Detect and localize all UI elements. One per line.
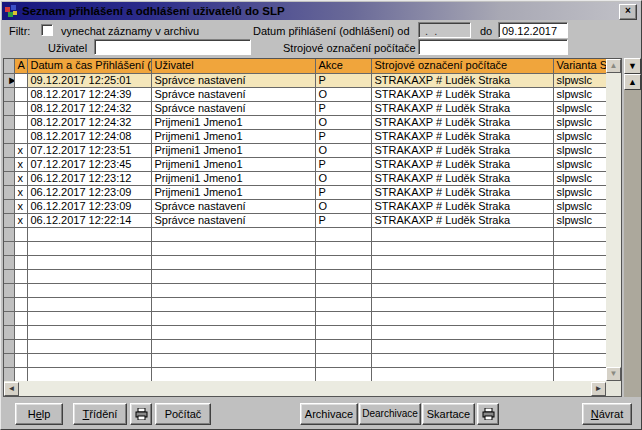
date-to-input[interactable]: 09.12.2017 [498, 22, 568, 38]
date-range-label: Datum přihlášení (odhlášení) od [253, 25, 410, 37]
empty-table-row[interactable] [4, 227, 608, 241]
help-label-rest: lp [42, 408, 51, 420]
archive-flag-cell [14, 73, 27, 87]
machine-input[interactable] [418, 39, 568, 55]
user-cell [151, 297, 315, 311]
empty-table-row[interactable] [4, 255, 608, 269]
table-row[interactable]: x 06.12.2017 12:23:09 Prijmeni1 Jmeno1 P… [4, 185, 608, 199]
table-row[interactable]: 08.12.2017 12:24:32 Prijmeni1 Jmeno1 O S… [4, 115, 608, 129]
scroll-left-button[interactable]: ◄ [4, 382, 19, 396]
empty-table-row[interactable] [4, 339, 608, 353]
empty-table-row[interactable] [4, 311, 608, 325]
action-cell: O [315, 143, 371, 157]
archive-flag-cell [14, 269, 27, 283]
datetime-cell: 06.12.2017 12:23:09 [27, 199, 151, 213]
user-cell: Správce nastavení [151, 73, 315, 87]
table-row[interactable]: 08.12.2017 12:24:32 Správce nastavení P … [4, 101, 608, 115]
row-selector-cell [4, 101, 14, 115]
variant-cell [553, 227, 608, 241]
datetime-cell [27, 353, 151, 367]
column-header-variant[interactable]: Varianta SLP [553, 59, 608, 73]
printer-icon [135, 408, 148, 420]
print-right-button[interactable] [477, 403, 499, 425]
action-cell [315, 339, 371, 353]
archive-flag-cell [14, 367, 27, 381]
column-header-archive[interactable]: A [14, 59, 27, 73]
machine-cell [371, 311, 553, 325]
action-cell: P [315, 185, 371, 199]
column-header-action[interactable]: Akce [315, 59, 371, 73]
row-selector-cell [4, 297, 14, 311]
user-cell [151, 283, 315, 297]
machine-cell [371, 269, 553, 283]
user-input[interactable] [94, 39, 251, 55]
record-nav-strip: ▼ ▲ [624, 58, 641, 397]
record-next-button[interactable]: ▼ [624, 58, 641, 74]
column-header-user[interactable]: Uživatel [151, 59, 315, 73]
row-selector-cell [4, 213, 14, 227]
table-row[interactable]: 08.12.2017 12:24:39 Správce nastavení O … [4, 87, 608, 101]
row-selector-cell [4, 171, 14, 185]
table-row[interactable]: x 07.12.2017 12:23:45 Prijmeni1 Jmeno1 P… [4, 157, 608, 171]
date-from-input[interactable]: . . [418, 22, 471, 38]
empty-table-row[interactable] [4, 283, 608, 297]
column-header-machine[interactable]: Strojové označení počítače [371, 59, 553, 73]
table-row[interactable]: ► 09.12.2017 12:25:01 Správce nastavení … [4, 73, 608, 87]
close-button[interactable]: × [619, 4, 637, 20]
machine-cell: STRAKAXP # Luděk Straka [371, 199, 553, 213]
discard-button[interactable]: Skartace [422, 403, 475, 425]
row-selector-cell [4, 157, 14, 171]
grid-horizontal-scrollbar[interactable]: ◄ ► [4, 381, 606, 396]
skip-archive-checkbox[interactable] [41, 24, 53, 36]
action-cell: P [315, 129, 371, 143]
archive-flag-cell [14, 325, 27, 339]
variant-cell [553, 269, 608, 283]
grid-body: ► 09.12.2017 12:25:01 Správce nastavení … [4, 73, 608, 381]
grid-vertical-scrollbar[interactable]: ▲ ▼ [606, 59, 621, 381]
scroll-up-button[interactable]: ▲ [606, 59, 621, 73]
row-selector-cell [4, 115, 14, 129]
archive-flag-cell [14, 255, 27, 269]
user-cell: Správce nastavení [151, 87, 315, 101]
record-prev-button[interactable]: ▲ [624, 74, 641, 90]
table-row[interactable]: x 06.12.2017 12:22:14 Správce nastavení … [4, 213, 608, 227]
archive-button[interactable]: Archivace [300, 403, 358, 425]
machine-cell: STRAKAXP # Luděk Straka [371, 73, 553, 87]
help-label: H [28, 408, 36, 420]
scroll-right-button[interactable]: ► [591, 382, 606, 396]
row-selector-cell [4, 185, 14, 199]
print-left-button[interactable] [130, 403, 152, 425]
action-cell [315, 353, 371, 367]
table-row[interactable]: x 07.12.2017 12:23:51 Prijmeni1 Jmeno1 O… [4, 143, 608, 157]
datetime-cell: 08.12.2017 12:24:32 [27, 115, 151, 129]
table-row[interactable]: 08.12.2017 12:24:08 Prijmeni1 Jmeno1 P S… [4, 129, 608, 143]
computer-button[interactable]: Počítač [155, 403, 211, 425]
return-button[interactable]: Návrat [582, 403, 632, 425]
empty-table-row[interactable] [4, 367, 608, 381]
column-header-datetime[interactable]: Datum a čas Přihlášení (O [27, 59, 151, 73]
user-cell: Prijmeni1 Jmeno1 [151, 129, 315, 143]
table-row[interactable]: x 06.12.2017 12:23:09 Správce nastavení … [4, 199, 608, 213]
row-selector-cell [4, 199, 14, 213]
user-cell [151, 339, 315, 353]
empty-table-row[interactable] [4, 241, 608, 255]
datetime-cell [27, 269, 151, 283]
empty-table-row[interactable] [4, 297, 608, 311]
empty-table-row[interactable] [4, 325, 608, 339]
titlebar: Seznam přihlášení a odhlášení uživatelů … [2, 2, 640, 20]
dearchive-button[interactable]: Dearchivace [359, 403, 421, 425]
datetime-cell [27, 339, 151, 353]
machine-cell: STRAKAXP # Luděk Straka [371, 213, 553, 227]
action-cell: O [315, 87, 371, 101]
action-cell [315, 227, 371, 241]
sort-button[interactable]: Třídění [73, 403, 127, 425]
date-to-label: do [480, 25, 492, 37]
table-row[interactable]: x 06.12.2017 12:23:12 Prijmeni1 Jmeno1 O… [4, 171, 608, 185]
empty-table-row[interactable] [4, 269, 608, 283]
action-cell: O [315, 115, 371, 129]
empty-table-row[interactable] [4, 353, 608, 367]
scroll-down-button[interactable]: ▼ [606, 367, 621, 381]
row-selector-cell [4, 129, 14, 143]
help-button[interactable]: Help [15, 403, 63, 425]
row-selector-cell [4, 143, 14, 157]
